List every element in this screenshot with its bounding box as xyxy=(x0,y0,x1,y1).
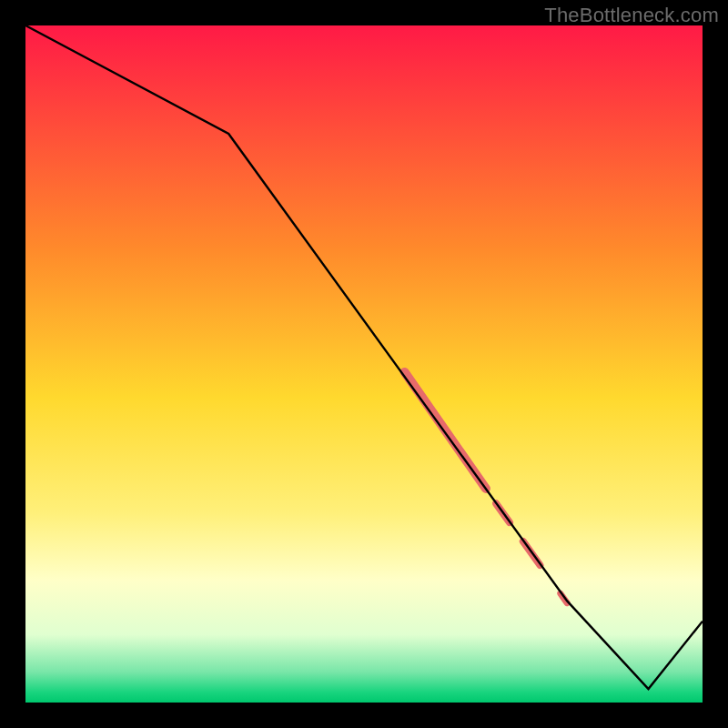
outer-frame: TheBottleneck.com xyxy=(0,0,728,728)
chart-svg xyxy=(25,25,703,703)
watermark-text: TheBottleneck.com xyxy=(544,4,719,27)
gradient-background xyxy=(25,25,703,703)
plot-area xyxy=(25,25,703,703)
